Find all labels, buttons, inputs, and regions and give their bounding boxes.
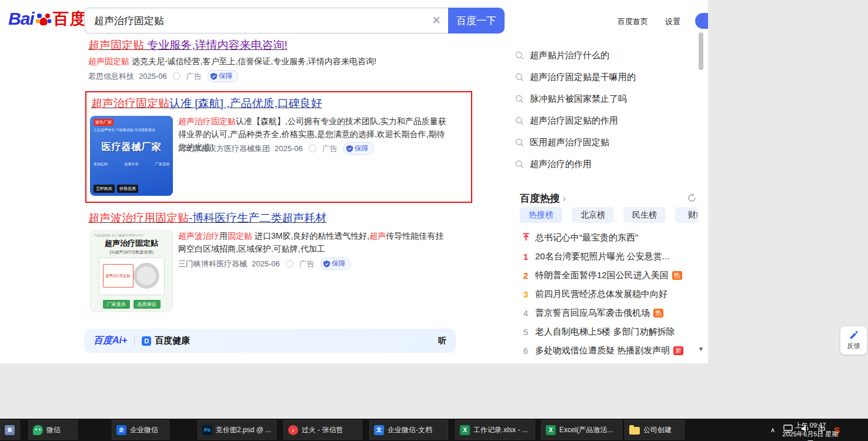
result-3-source-row: 三门峡博科医疗器械 2025-06 广告 保障 bbox=[178, 258, 350, 270]
scrollbar-down-arrow[interactable]: ▼ bbox=[698, 346, 704, 352]
taskbar-app-wxwork-doc[interactable]: 文 企业微信-文档 bbox=[369, 420, 448, 440]
guarantee-badge[interactable]: 保障 bbox=[208, 70, 238, 82]
partial-blue-button[interactable] bbox=[695, 13, 708, 29]
related-search-item[interactable]: 超声贴片治疗什么的 bbox=[515, 45, 692, 66]
hot-rank: 1 bbox=[520, 252, 532, 262]
baidu-ai-logo[interactable]: 百度Ai+ bbox=[94, 335, 127, 347]
tray-expand-icon[interactable]: ∧ bbox=[770, 426, 775, 434]
photoshop-icon: Ps bbox=[202, 425, 212, 435]
taskbar-app-excel-2[interactable]: X Excel(产品激活... bbox=[541, 420, 622, 440]
search-icon bbox=[515, 51, 524, 60]
hot-search-header[interactable]: 百度热搜 › bbox=[520, 192, 566, 205]
folder-icon bbox=[629, 427, 640, 435]
taskbar-app-photoshop[interactable]: Ps 竞价图2.psd @ ... bbox=[198, 420, 276, 440]
result-3-title-keyword: 超声波治疗用固定贴 bbox=[88, 212, 189, 224]
related-search-text: 脉冲贴片被国家禁止了吗 bbox=[530, 93, 627, 105]
clock-time: 上午 09:47 bbox=[780, 421, 841, 430]
search-button[interactable]: 百度一下 bbox=[448, 8, 505, 34]
hot-item[interactable]: 3 前四月民营经济总体发展稳中向好 bbox=[520, 285, 697, 303]
related-search-text: 超声贴片治疗什么的 bbox=[530, 50, 609, 61]
result-1-source-row: 若思信息科技 2025-06 广告 保障 bbox=[88, 70, 238, 82]
nav-settings[interactable]: 设置 bbox=[665, 16, 680, 27]
related-search-item[interactable]: 脉冲贴片被国家禁止了吗 bbox=[515, 88, 692, 110]
result-1-title[interactable]: 超声固定贴 专业服务,详情内容来电咨询! bbox=[88, 38, 288, 53]
thumb-line: 立足超声专业 只做最优贴 传导膜数量多 bbox=[94, 128, 169, 133]
taskbar-app-folder[interactable]: 公司创建 bbox=[625, 420, 685, 440]
taskbar-app-excel-1[interactable]: X 工作记录.xlsx - ... bbox=[455, 420, 535, 440]
related-search-item[interactable]: 医用超声治疗固定贴 bbox=[515, 132, 692, 153]
hot-item[interactable]: 2 特朗普全面暂停12国公民进入美国 热 bbox=[520, 266, 697, 285]
feedback-label: 反馈 bbox=[847, 342, 860, 350]
hot-badge: 热 bbox=[672, 271, 682, 280]
baidu-logo[interactable]: Bai 百度 bbox=[8, 8, 87, 29]
related-search-item[interactable]: 超声治疗的作用 bbox=[515, 153, 692, 175]
document-icon: 文 bbox=[374, 425, 384, 435]
hot-item[interactable]: 4 普京誓言回应乌军袭击俄机场 热 bbox=[520, 303, 697, 322]
search-input[interactable] bbox=[85, 8, 425, 33]
taskbar-clock[interactable]: 上午 09:47 2025年6月5日 星期四 bbox=[780, 421, 841, 441]
result-2-source-row: 河北厚德汉方医疗器械集团 2025-06 广告 保障 bbox=[178, 142, 373, 155]
baidu-paw-icon bbox=[35, 10, 52, 28]
guarantee-label: 保障 bbox=[219, 71, 233, 81]
pencil-icon bbox=[849, 330, 859, 340]
baidu-health-icon: D bbox=[142, 336, 151, 346]
hot-item[interactable]: 6 多处吻戏借位遭质疑 热播剧发声明 新 bbox=[520, 341, 697, 360]
hot-item[interactable]: 1 20名台湾要犯照片曝光 公安悬赏... bbox=[520, 247, 697, 266]
hot-badge: 新 bbox=[673, 346, 683, 355]
hot-search-list: 总书记心中“最宝贵的东西” 1 20名台湾要犯照片曝光 公安悬赏... 2 特朗… bbox=[520, 228, 697, 360]
result-3-thumbnail[interactable]: 产品名称(型): 增三(规格20×600mm²)个 超声治疗固定贴 (与超声治疗… bbox=[90, 230, 173, 312]
guarantee-badge[interactable]: 保障 bbox=[343, 142, 373, 155]
thumb-feature: 厂家直销 bbox=[155, 162, 169, 167]
related-search-text: 超声治疗的作用 bbox=[530, 159, 592, 170]
taskbar-app-label: Excel(产品激活... bbox=[559, 425, 613, 435]
result-2-thumbnail[interactable]: 源头厂家 立足超声专业 只做最优贴 传导膜数量多 医疗器械厂家 支持定制 批量出… bbox=[90, 116, 173, 196]
related-search-item[interactable]: 超声治疗固定贴是干嘛用的 bbox=[515, 66, 692, 88]
tab-hot-list[interactable]: 热搜榜 bbox=[520, 207, 562, 223]
shield-icon bbox=[346, 145, 353, 152]
guarantee-badge[interactable]: 保障 bbox=[321, 258, 350, 270]
result-1-description: 超声固定贴 选克夫尼-诚信经营,客户至上,信誉保证,专业服务,详情内容来电咨询! bbox=[88, 55, 418, 68]
nav-baidu-home[interactable]: 百度首页 bbox=[617, 16, 648, 27]
hot-item[interactable]: 5 老人自制电梯上5楼 多部门劝解拆除 bbox=[520, 322, 697, 341]
feedback-button[interactable]: 反馈 bbox=[840, 326, 867, 355]
taskbar-app-wechat[interactable]: 微信 bbox=[28, 420, 78, 440]
tab-finance-list[interactable]: 财经 bbox=[675, 207, 697, 223]
hot-item-text: 多处吻戏借位遭质疑 热播剧发声明 bbox=[535, 345, 670, 356]
result-3-title-rest: -博科医疗生产二类超声耗材 bbox=[189, 212, 326, 224]
clear-search-icon[interactable]: ✕ bbox=[425, 8, 448, 34]
info-icon bbox=[286, 260, 293, 268]
result-2-title[interactable]: 超声治疗固定贴认准 [森航] ,产品优质,口碑良好 bbox=[91, 96, 322, 111]
scrollbar-thumb[interactable] bbox=[699, 32, 703, 70]
result-3-description: 超声波治疗用固定贴 进口3M胶,良好的粘性透气性好,超声传导性能佳有挂网空白区域… bbox=[178, 229, 449, 255]
tab-livelihood-list[interactable]: 民生榜 bbox=[623, 207, 666, 223]
hot-item-text: 特朗普全面暂停12国公民进入美国 bbox=[535, 270, 669, 281]
hot-rank: 4 bbox=[520, 308, 532, 318]
taskbar-app-partial[interactable]: 索 索推... bbox=[0, 420, 20, 440]
result-1-desc-keyword: 超声固定贴 bbox=[88, 56, 129, 66]
related-search-item[interactable]: 超声治疗固定贴的作用 bbox=[515, 110, 692, 132]
taskbar-app-wxwork[interactable]: 企 企业微信 bbox=[112, 420, 169, 440]
taskbar-app-label: 公司创建 bbox=[643, 425, 672, 435]
refresh-icon[interactable] bbox=[687, 193, 697, 205]
hot-item-text: 20名台湾要犯照片曝光 公安悬赏... bbox=[535, 251, 669, 262]
listen-button[interactable]: 听 bbox=[438, 336, 446, 346]
thumb-feature: 支持定制 bbox=[94, 162, 108, 167]
info-icon bbox=[309, 145, 316, 152]
result-3-title[interactable]: 超声波治疗用固定贴-博科医疗生产二类超声耗材 bbox=[88, 211, 326, 226]
excel-icon: X bbox=[546, 425, 556, 435]
result-2-title-keyword: 超声治疗固定贴 bbox=[91, 97, 169, 109]
thumb-product-box: 超声治疗固定贴 bbox=[103, 264, 133, 288]
result-2-source: 河北厚德汉方医疗器械集团 bbox=[178, 143, 270, 154]
hot-item-text: 总书记心中“最宝贵的东西” bbox=[535, 232, 638, 243]
tab-beijing-list[interactable]: 北京榜 bbox=[572, 207, 614, 223]
taskbar-app-label: 企业微信 bbox=[130, 425, 158, 435]
taskbar-app-label: 竞价图2.psd @ ... bbox=[216, 425, 271, 435]
baidu-health-bar: 百度Ai+ D 百度健康 听 bbox=[84, 329, 456, 353]
baidu-health-link[interactable]: 百度健康 bbox=[155, 335, 190, 346]
guarantee-label: 保障 bbox=[355, 143, 369, 153]
taskbar-app-music[interactable]: ♪ 过火 - 张信哲 bbox=[283, 420, 362, 440]
hot-item[interactable]: 总书记心中“最宝贵的东西” bbox=[520, 228, 697, 247]
result-2-date: 2025-06 bbox=[275, 144, 303, 153]
guarantee-label: 保障 bbox=[332, 259, 346, 269]
result-1-date: 2025-06 bbox=[139, 72, 167, 81]
